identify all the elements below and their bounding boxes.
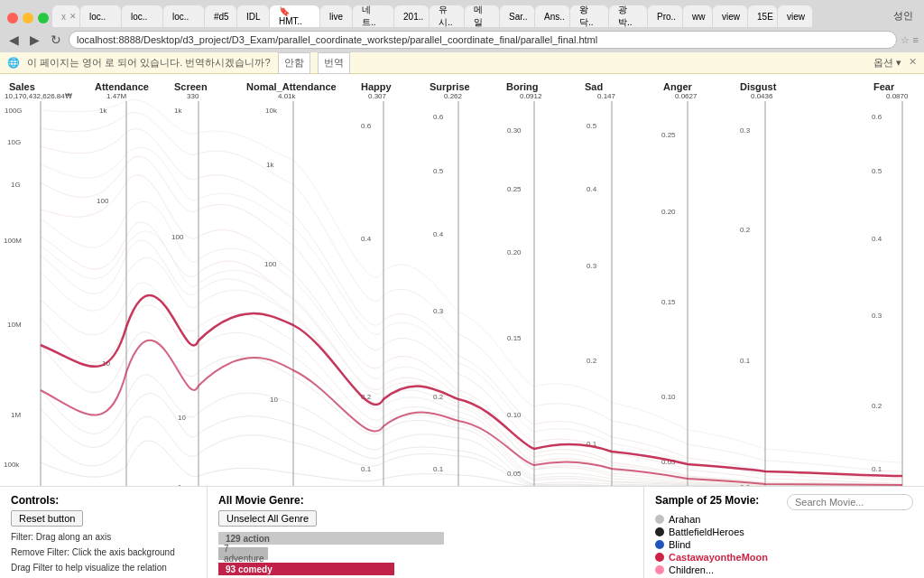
svg-text:0.20: 0.20: [507, 248, 522, 256]
lang-close-icon[interactable]: ✕: [909, 56, 917, 70]
language-bar: 🌐 이 페이지는 영어 로 되어 있습니다. 번역하시겠습니까? 안함 번역 옵…: [0, 52, 924, 74]
tab-view1[interactable]: view: [713, 5, 747, 27]
tab-hmt[interactable]: 🔖HMT..: [270, 5, 319, 27]
svg-text:0.0627: 0.0627: [675, 92, 698, 100]
movie-item-blind[interactable]: Blind: [655, 539, 913, 550]
svg-text:0.1: 0.1: [872, 465, 882, 473]
svg-text:0.30: 0.30: [507, 126, 522, 135]
movie-dot-battlefieldheroes: [655, 527, 664, 536]
svg-text:330: 330: [187, 92, 199, 100]
genre-title: All Movie Genre:: [218, 494, 633, 507]
settings-icon[interactable]: ≡: [913, 34, 919, 45]
tab-201[interactable]: 201..: [394, 5, 429, 27]
svg-text:Surprise: Surprise: [430, 81, 470, 92]
tab-15e[interactable]: 15E: [748, 5, 777, 27]
svg-text:Sales: Sales: [9, 81, 35, 92]
tab-idl[interactable]: IDL: [237, 5, 269, 27]
lang-translate-button[interactable]: 번역: [318, 52, 350, 74]
genre-bar-comedy: 93 comedy: [218, 563, 394, 575]
svg-text:0.3: 0.3: [872, 312, 882, 320]
filter-remove-text: Remove Filter: Click the axis background: [11, 545, 196, 559]
tab-view2[interactable]: view: [778, 5, 812, 27]
tab-x[interactable]: x ✕: [52, 5, 79, 27]
back-button[interactable]: ◀: [5, 31, 23, 49]
close-btn[interactable]: [7, 13, 18, 23]
svg-text:100k: 100k: [4, 461, 20, 469]
unselect-genre-button[interactable]: Unselect All Genre: [218, 510, 317, 527]
tab-yusi[interactable]: 유시..: [430, 5, 464, 27]
lang-no-button[interactable]: 안함: [278, 52, 310, 74]
tab-live[interactable]: live: [320, 5, 352, 27]
movie-item-arahan[interactable]: Arahan: [655, 514, 913, 525]
search-movie-input[interactable]: [787, 494, 913, 510]
max-btn[interactable]: [38, 13, 49, 23]
movie-name-blind: Blind: [669, 539, 690, 550]
svg-text:100: 100: [97, 197, 109, 205]
lang-notice-text: 이 페이지는 영어 로 되어 있습니다. 번역하시겠습니까?: [27, 56, 271, 70]
svg-text:Happy: Happy: [361, 81, 393, 92]
tab-ww[interactable]: ww: [683, 5, 712, 27]
movie-item-children[interactable]: Children...: [655, 564, 913, 575]
svg-text:1: 1: [178, 483, 182, 486]
svg-text:Anger: Anger: [663, 81, 693, 92]
movie-list: Arahan BattlefieldHeroes Blind Castawayo…: [655, 514, 913, 578]
svg-text:0.1: 0.1: [433, 465, 444, 473]
bottom-panel: Controls: Reset button Filter: Drag alon…: [0, 486, 924, 578]
svg-text:10k: 10k: [265, 107, 278, 115]
svg-text:1G: 1G: [11, 181, 21, 189]
genre-item-comedy[interactable]: 93 comedy: [218, 563, 633, 575]
svg-text:0.4: 0.4: [587, 185, 597, 193]
tab-mail[interactable]: 메일: [465, 5, 499, 27]
svg-text:0.147: 0.147: [597, 92, 616, 100]
tab-loc3[interactable]: loc..: [163, 5, 204, 27]
movie-name-battlefieldheroes: BattlefieldHeroes: [669, 527, 744, 537]
genre-list: 129 action 7 adventure 93 comedy 27 crim…: [218, 532, 633, 578]
svg-text:0.20: 0.20: [661, 208, 676, 216]
movie-item-castawayonthemoon[interactable]: CastawayontheMoon: [655, 552, 913, 563]
movie-dot-castawayonthemoon: [655, 553, 664, 562]
svg-text:1k: 1k: [174, 107, 182, 115]
svg-text:1M: 1M: [11, 411, 21, 419]
movie-dot-arahan: [655, 515, 664, 524]
tab-pro[interactable]: Pro..: [648, 5, 682, 27]
forward-button[interactable]: ▶: [26, 31, 43, 49]
url-input[interactable]: [69, 31, 897, 49]
tab-gwang[interactable]: 광박..: [609, 5, 647, 27]
svg-text:10G: 10G: [7, 138, 21, 146]
tab-wang[interactable]: 왕닥..: [570, 5, 608, 27]
bookmark-icon[interactable]: ☆: [901, 34, 910, 46]
genre-item-action[interactable]: 129 action: [218, 532, 633, 545]
movie-item-battlefieldheroes[interactable]: BattlefieldHeroes: [655, 527, 913, 537]
min-btn[interactable]: [23, 13, 33, 23]
svg-text:Nomal_Attendance: Nomal_Attendance: [246, 81, 337, 92]
tab-d5[interactable]: #d5: [205, 5, 236, 27]
controls-panel: Controls: Reset button Filter: Drag alon…: [0, 487, 208, 578]
genre-label-adventure: 7 adventure: [222, 544, 268, 564]
svg-text:0.4: 0.4: [872, 235, 882, 243]
svg-text:0.4: 0.4: [433, 230, 444, 238]
svg-text:0.2: 0.2: [740, 226, 751, 234]
svg-text:Disgust: Disgust: [740, 81, 777, 92]
movie-name-children: Children...: [669, 564, 714, 575]
tab-ans[interactable]: Ans..: [535, 5, 569, 27]
tab-net[interactable]: 네트..: [353, 5, 393, 27]
lang-options-text[interactable]: 옵션 ▾: [873, 56, 901, 70]
refresh-button[interactable]: ↻: [47, 31, 65, 49]
svg-text:0.3: 0.3: [740, 126, 751, 135]
parallel-coordinates-svg: 100G 10G 1G 100M 10M 1M 100k 1k 100 10 1…: [0, 74, 924, 486]
reset-button[interactable]: Reset button: [11, 510, 83, 527]
tab-loc2[interactable]: loc..: [122, 5, 162, 27]
svg-text:100M: 100M: [4, 237, 22, 245]
tab-sar[interactable]: Sar..: [500, 5, 534, 27]
svg-text:0.5: 0.5: [433, 167, 444, 175]
svg-text:4.01k: 4.01k: [278, 92, 297, 100]
svg-text:10,170,432,626.84₩: 10,170,432,626.84₩: [5, 92, 72, 100]
svg-text:1k: 1k: [266, 161, 274, 169]
movie-dot-blind: [655, 540, 664, 549]
tab-loc1[interactable]: loc..: [80, 5, 121, 27]
svg-text:Attendance: Attendance: [95, 81, 149, 92]
genre-item-adventure[interactable]: 7 adventure: [218, 547, 633, 560]
movies-title: Sample of 25 Movie:: [655, 494, 759, 507]
movies-panel: Sample of 25 Movie: Arahan BattlefieldHe…: [644, 487, 924, 578]
genre-label-action: 129 action: [222, 534, 270, 544]
